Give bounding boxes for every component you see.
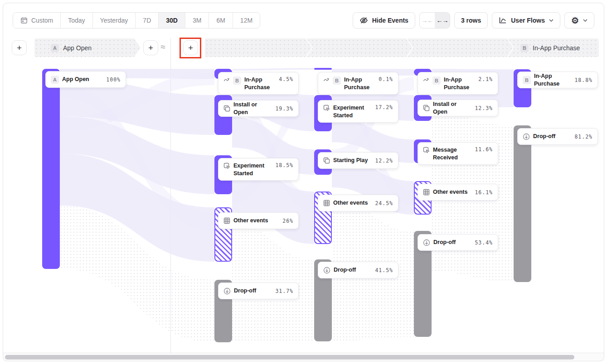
flow-node-in-app-purchase[interactable]: B In-App Purchase 4.5% — [218, 72, 299, 95]
horizontal-scrollbar-thumb[interactable] — [5, 355, 574, 359]
click-icon — [423, 147, 430, 153]
flow-node-drop-off[interactable]: Drop-off 31.7% — [218, 283, 299, 299]
chevron-down-icon — [549, 19, 554, 22]
grid-icon — [223, 217, 230, 224]
node-label: Drop-off — [533, 133, 555, 140]
node-label: In-App Purchase — [444, 76, 475, 91]
flow-node-drop-off[interactable]: Drop-off 81.2% — [517, 128, 598, 145]
view-selector-dropdown[interactable]: User Flows — [492, 12, 560, 29]
drop-off-icon — [323, 267, 330, 274]
node-label: Install or Open — [233, 101, 272, 116]
hide-events-label: Hide Events — [372, 17, 408, 24]
flow-node-drop-off[interactable]: Drop-off 41.5% — [318, 262, 398, 278]
flow-node-app-open[interactable]: A App Open 100% — [45, 71, 126, 88]
date-range-group: Custom Today Yesterday 7D 30D 3M 6M 12M — [13, 12, 260, 29]
event-b-badge: B — [432, 77, 441, 85]
trend-arrow-icon — [323, 77, 330, 83]
toolbar-right: Hide Events →← ←→ 3 rows User Flows ⚙ — [353, 12, 594, 29]
event-a-badge: A — [51, 76, 59, 84]
node-value: 2.1% — [478, 76, 493, 82]
width-toggle-group: →← ←→ — [419, 12, 450, 29]
node-label: Install or Open — [433, 101, 471, 116]
node-value: 17.2% — [375, 104, 393, 110]
node-label: Drop-off — [433, 239, 456, 246]
range-6m-button[interactable]: 6M — [209, 13, 233, 28]
copy-icon — [223, 105, 230, 112]
flow-node-in-app-purchase[interactable]: B In-App Purchase 2.1% — [418, 72, 498, 95]
flow-node-starting-play[interactable]: Starting Play 12.2% — [318, 152, 398, 169]
flow-node-in-app-purchase[interactable]: B In-App Purchase 0.1% — [318, 72, 398, 95]
flow-node-install-or-open[interactable]: Install or Open 19.3% — [218, 100, 299, 117]
collapse-width-button[interactable]: →← — [420, 13, 435, 28]
step-a-badge: A — [51, 44, 59, 52]
rows-button[interactable]: 3 rows — [454, 12, 488, 29]
eye-off-icon — [359, 17, 368, 24]
node-value: 11.6% — [475, 146, 493, 153]
drop-off-icon — [223, 287, 231, 295]
node-label: In-App Purchase — [344, 76, 375, 91]
click-icon — [323, 105, 330, 111]
node-label: Experiment Started — [233, 162, 272, 177]
flow-node-experiment-started[interactable]: Experiment Started 18.5% — [218, 158, 299, 181]
range-3m-button[interactable]: 3M — [185, 13, 209, 28]
node-label: App Open — [62, 76, 89, 83]
gear-icon: ⚙ — [571, 16, 579, 25]
range-30d-button[interactable]: 30D — [159, 13, 185, 28]
toolbar: Custom Today Yesterday 7D 30D 3M 6M 12M … — [13, 12, 594, 29]
node-value: 26% — [282, 218, 293, 224]
range-7d-button[interactable]: 7D — [136, 13, 159, 28]
step-band-end[interactable]: B In-App Purchase — [508, 38, 599, 57]
hide-events-button[interactable]: Hide Events — [353, 12, 415, 29]
node-value: 53.4% — [475, 239, 493, 246]
trend-arrow-icon — [223, 77, 230, 83]
step-band-segment[interactable] — [205, 38, 312, 57]
copy-icon — [423, 105, 430, 111]
grid-icon — [323, 200, 330, 206]
flow-node-other-events[interactable]: Other events 26% — [218, 212, 299, 229]
flow-node-message-received[interactable]: Message Received 11.6% — [418, 142, 498, 165]
expand-width-button[interactable]: ←→ — [435, 13, 450, 28]
node-label: In-App Purchase — [534, 72, 571, 88]
flow-bar-drop-off[interactable] — [514, 125, 531, 282]
node-value: 100% — [106, 77, 121, 83]
node-label: Other events — [433, 188, 467, 196]
range-custom-button[interactable]: Custom — [13, 13, 61, 28]
node-label: Drop-off — [234, 287, 256, 295]
flow-node-experiment-started[interactable]: Experiment Started 17.2% — [318, 100, 398, 123]
event-b-badge: B — [233, 77, 241, 85]
approx-break-symbol: ≈ — [160, 42, 165, 52]
range-today-button[interactable]: Today — [61, 13, 92, 28]
flow-bar-in-app-purchase[interactable] — [314, 68, 332, 70]
flow-node-in-app-purchase[interactable]: B In-App Purchase 18.8% — [517, 72, 598, 88]
horizontal-scrollbar-track[interactable] — [3, 353, 604, 361]
flow-chart-icon — [499, 17, 507, 24]
add-step-after-a-button[interactable]: + — [143, 40, 158, 55]
range-12m-button[interactable]: 12M — [233, 13, 260, 28]
node-label: Starting Play — [333, 157, 368, 164]
step-b-badge: B — [520, 44, 529, 52]
calendar-icon — [20, 17, 28, 24]
flow-node-other-events[interactable]: Other events 16.1% — [418, 184, 498, 201]
step-start-label: A App Open — [34, 44, 92, 52]
node-value: 24.5% — [375, 200, 393, 206]
settings-dropdown[interactable]: ⚙ — [564, 12, 594, 29]
step-end-label: B In-App Purchase — [508, 44, 580, 52]
click-icon — [223, 163, 230, 169]
add-step-expanded-button[interactable]: + — [183, 40, 198, 55]
node-value: 18.8% — [574, 77, 592, 83]
range-yesterday-button[interactable]: Yesterday — [93, 13, 136, 28]
view-label: User Flows — [511, 17, 545, 24]
node-value: 81.2% — [574, 134, 592, 140]
step-band-start[interactable]: A App Open — [34, 38, 141, 57]
add-step-before-button[interactable]: + — [12, 40, 27, 55]
flow-node-drop-off[interactable]: Drop-off 53.4% — [418, 234, 498, 251]
node-label: Drop-off — [334, 266, 356, 274]
drop-off-icon — [523, 133, 530, 140]
event-b-badge: B — [523, 76, 531, 84]
flow-node-other-events[interactable]: Other events 24.5% — [318, 195, 398, 211]
step-band-segment[interactable] — [306, 38, 413, 57]
trend-arrow-icon — [423, 77, 429, 83]
flow-bar-app-open[interactable] — [42, 69, 60, 269]
step-band-segment[interactable] — [407, 38, 513, 57]
flow-node-install-or-open[interactable]: Install or Open 12.3% — [418, 100, 498, 116]
